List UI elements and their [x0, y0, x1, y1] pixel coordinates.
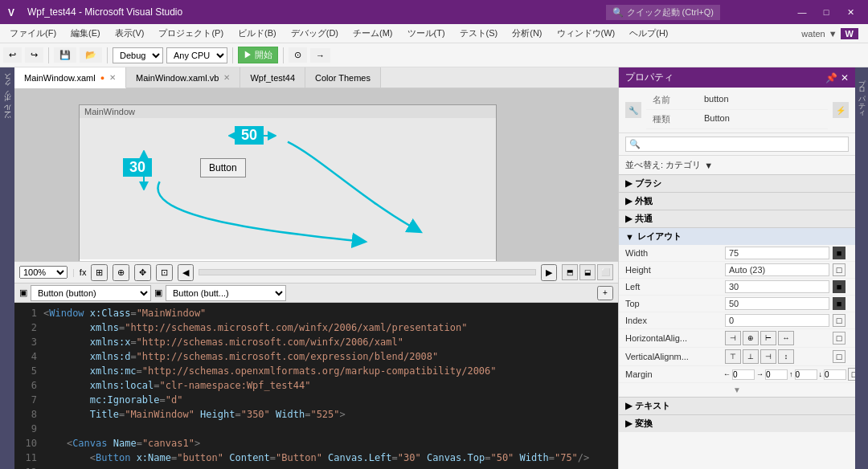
pin-icon[interactable]: 📌 [825, 72, 837, 84]
far-sidebar-tab[interactable]: プロパティ [855, 71, 869, 117]
split-horizontal[interactable]: ⬒ [562, 264, 578, 280]
close-button[interactable]: ✕ [839, 1, 862, 23]
prop-index-input[interactable] [725, 314, 829, 327]
sort-dropdown-icon[interactable]: ▼ [704, 161, 713, 170]
design-button[interactable]: Button [200, 158, 246, 177]
scroll-right[interactable]: ▶ [541, 264, 557, 281]
menu-file[interactable]: ファイル(F) [3, 26, 63, 41]
menu-project[interactable]: プロジェクト(P) [152, 26, 230, 41]
run-button[interactable]: ▶ 開始 [238, 47, 278, 63]
split-vertical[interactable]: ⬓ [579, 264, 596, 280]
toolbar-step[interactable]: → [310, 48, 330, 63]
section-brush-label: ブラシ [635, 177, 661, 190]
toolbar-open[interactable]: 📂 [80, 47, 102, 63]
valign-center[interactable]: ⊥ [743, 349, 759, 364]
menu-build[interactable]: ビルド(B) [231, 26, 283, 41]
prop-lightning-icon[interactable]: ⚡ [833, 102, 849, 118]
main-layout: ツールボックス MainWindow.xaml ● ✕ MainWindow.x… [0, 67, 868, 469]
prop-wrench-icon[interactable]: 🔧 [625, 102, 641, 118]
margin-top-input[interactable] [795, 369, 817, 380]
section-text-header[interactable]: ▶ テキスト [619, 398, 855, 414]
valign-bottom[interactable]: ⊣ [760, 349, 776, 364]
scroll-left[interactable]: ◀ [178, 264, 194, 281]
prop-width-input[interactable] [725, 247, 829, 259]
prop-top-input[interactable] [725, 297, 829, 310]
prop-valign-pin[interactable]: □ [833, 350, 845, 363]
platform-dropdown[interactable]: Any CPU [166, 47, 227, 63]
prop-width-pin[interactable]: ■ [833, 247, 845, 259]
section-brush-header[interactable]: ▶ ブラシ [619, 175, 855, 192]
tab-mainwindow-vb[interactable]: MainWindow.xaml.vb ✕ [126, 67, 240, 88]
expand-more-btn[interactable]: ▼ [619, 383, 855, 397]
margin-right-icon: → [756, 370, 764, 378]
menu-team[interactable]: チーム(M) [346, 26, 399, 41]
prop-margin-pin[interactable]: □ [848, 368, 855, 381]
tab-close-vb[interactable]: ✕ [223, 73, 230, 82]
props-toolbar: 🔧 名前 button 種類 Button ⚡ [619, 88, 855, 133]
margin-right-input[interactable] [765, 369, 788, 380]
prop-halign-label: HorizontalAlig... [625, 333, 722, 343]
section-transform-header[interactable]: ▶ 変換 [619, 415, 855, 432]
code-content [43, 422, 615, 436]
zoom-dropdown[interactable]: 100% [19, 266, 68, 279]
valign-stretch[interactable]: ↕ [778, 349, 794, 364]
prop-left-pin[interactable]: ■ [833, 280, 845, 293]
menu-edit[interactable]: 編集(E) [64, 26, 107, 41]
user-dropdown-icon[interactable]: ▼ [829, 29, 837, 39]
prop-sections: ▶ ブラシ ▶ 外観 ▶ 共通 ▼ [619, 174, 855, 469]
menu-debug[interactable]: デバッグ(D) [285, 26, 345, 41]
props-header-close[interactable]: ✕ [841, 72, 849, 84]
toolbar-undo[interactable]: ↩ [3, 47, 22, 63]
section-text: ▶ テキスト [619, 397, 855, 414]
tab-mainwindow-xaml[interactable]: MainWindow.xaml ● ✕ [14, 67, 126, 88]
maximize-button[interactable]: □ [815, 1, 837, 23]
margin-left-input[interactable] [732, 369, 755, 380]
prop-left-input[interactable] [725, 280, 829, 293]
pan-button[interactable]: ✥ [134, 264, 151, 281]
halign-left[interactable]: ⊣ [725, 331, 741, 345]
zoom-fit[interactable]: ⊡ [156, 264, 173, 281]
halign-center[interactable]: ⊕ [743, 331, 759, 345]
menu-analyze[interactable]: 分析(N) [506, 26, 548, 41]
valign-top[interactable]: ⊤ [725, 349, 741, 364]
code-editor[interactable]: 1<Window x:Class="MainWindow"2 xmlns="ht… [14, 303, 618, 469]
margin-bottom-input[interactable] [824, 369, 846, 380]
title-bar: V Wpf_test44 - Microsoft Visual Studio 🔍… [0, 0, 868, 24]
halign-stretch[interactable]: ↔ [778, 331, 794, 345]
prop-top-pin[interactable]: ■ [833, 297, 845, 310]
tab-project[interactable]: Wpf_test44 [240, 67, 305, 88]
prop-halign-pin[interactable]: □ [833, 332, 845, 345]
element-picker-left[interactable]: Button (button) [31, 285, 151, 301]
section-layout-header[interactable]: ▼ レイアウト [619, 228, 855, 245]
split-single[interactable]: ⬜ [597, 264, 613, 280]
toolbar-save[interactable]: 💾 [54, 47, 76, 63]
menu-test[interactable]: テスト(S) [453, 26, 505, 41]
add-handler-button[interactable]: + [597, 286, 613, 300]
prop-height-pin[interactable]: □ [833, 263, 845, 276]
element-picker-right[interactable]: Button (butt...) [166, 285, 286, 301]
tab-color-themes[interactable]: Color Themes [305, 67, 381, 88]
tab-close-xaml[interactable]: ✕ [109, 73, 116, 82]
toolbar-breakpoint[interactable]: ⊙ [289, 47, 307, 63]
minimize-button[interactable]: — [791, 1, 813, 23]
sidebar-toolbox[interactable]: ツールボックス [1, 71, 14, 128]
line-number: 2 [18, 320, 37, 335]
prop-index-pin[interactable]: □ [833, 314, 845, 327]
h-scrollbar[interactable] [199, 269, 536, 275]
search-placeholder[interactable]: クイック起動 (Ctrl+Q) [627, 6, 714, 18]
picker-icon-right: ▣ [154, 288, 162, 298]
debug-config-dropdown[interactable]: Debug [113, 47, 163, 63]
section-common-header[interactable]: ▶ 共通 [619, 210, 855, 227]
section-appearance-header[interactable]: ▶ 外観 [619, 193, 855, 210]
menu-window[interactable]: ウィンドウ(W) [551, 26, 622, 41]
margin-inputs2: ↑ ↓ [789, 369, 846, 380]
prop-height-input[interactable] [725, 263, 829, 276]
halign-right[interactable]: ⊢ [760, 331, 776, 345]
menu-help[interactable]: ヘルプ(H) [623, 26, 674, 41]
menu-tools[interactable]: ツール(T) [401, 26, 452, 41]
fx-button[interactable]: fx [80, 267, 87, 277]
snap-button[interactable]: ⊕ [113, 264, 129, 281]
grid-button[interactable]: ⊞ [91, 264, 108, 281]
toolbar-redo[interactable]: ↪ [25, 47, 43, 63]
menu-view[interactable]: 表示(V) [108, 26, 151, 41]
